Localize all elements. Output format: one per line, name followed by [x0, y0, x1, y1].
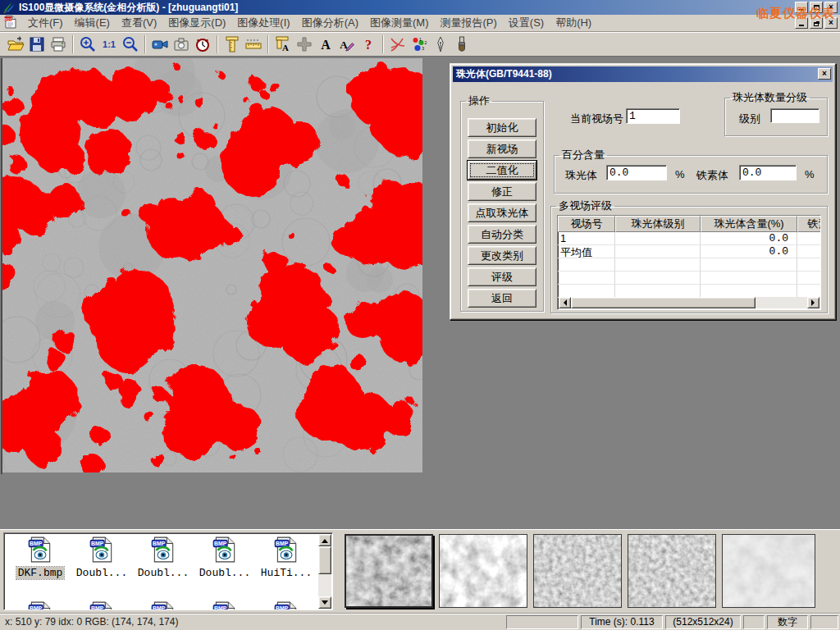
menu-help[interactable]: 帮助(H) [550, 16, 597, 30]
table-row[interactable] [558, 285, 820, 298]
thumb-4[interactable] [628, 534, 716, 608]
grade-input[interactable] [770, 108, 819, 123]
menu-view[interactable]: 查看(V) [116, 16, 162, 30]
table-row[interactable]: 平均值0.0 [558, 245, 820, 258]
op-button-返回[interactable]: 返回 [468, 289, 536, 308]
vscroll-thumb[interactable] [318, 546, 331, 574]
capture-button[interactable] [171, 34, 192, 55]
table-row[interactable] [558, 272, 820, 285]
rating-table-header: 视场号珠光体级别珠光体含量(%)铁素体含量(%) [558, 216, 820, 232]
hscroll-thumb[interactable] [571, 297, 756, 308]
svg-text:BMP: BMP [276, 605, 289, 610]
child-close-button[interactable]: × [824, 17, 838, 29]
scroll-left-button[interactable] [559, 297, 571, 308]
grid-tool-icon [295, 35, 313, 53]
menu-process[interactable]: 图像处理(I) [231, 16, 295, 30]
pen-button[interactable] [430, 34, 451, 55]
classify-particles-button[interactable]: 123 [409, 34, 430, 55]
thumb-1[interactable] [345, 534, 433, 608]
file-item-HuiTi...[interactable]: BMPHuiTi... [257, 536, 316, 579]
video-camera-button[interactable] [149, 34, 171, 55]
menu-edit[interactable]: 编辑(E) [69, 16, 116, 30]
op-button-二值化[interactable]: 二值化 [468, 161, 536, 180]
caliper-button[interactable] [221, 34, 243, 55]
scroll-right-button[interactable] [807, 297, 819, 308]
rating-table[interactable]: 视场号珠光体级别珠光体含量(%)铁素体含量(%) 10.0平均值0.0 [557, 215, 821, 310]
pearlite-percent-input[interactable] [606, 165, 667, 180]
file-item-partial[interactable]: BMP [134, 600, 193, 610]
micrograph-image[interactable] [1, 58, 422, 474]
print-button[interactable] [48, 34, 69, 55]
menu-measure[interactable]: 图像测量(M) [364, 16, 435, 30]
minimize-button[interactable] [795, 2, 808, 13]
text-button[interactable]: A [315, 34, 336, 55]
annotate-icon: A [338, 35, 356, 53]
menu-file[interactable]: 文件(F) [22, 16, 69, 30]
menu-report[interactable]: 测量报告(P) [434, 16, 502, 30]
brush-button[interactable] [451, 34, 472, 55]
workspace: 珠光体(GB/T9441-88) × 操作 初始化新视场二值化修正点取珠光体自动… [0, 56, 840, 529]
maximize-button[interactable] [810, 2, 823, 13]
current-field-input[interactable] [626, 108, 680, 124]
annotate-button[interactable]: A [336, 34, 358, 55]
file-item-DKF.bmp[interactable]: BMPDKF.bmp [11, 536, 70, 579]
title-bar: IS100显微摄像系统(金相分析版) - [zhuguangti01] × [0, 0, 840, 15]
dialog-title-bar[interactable]: 珠光体(GB/T9441-88) × [453, 66, 833, 82]
svg-text:?: ? [365, 38, 372, 52]
document-icon[interactable]: DOC [3, 15, 17, 31]
scroll-up-button[interactable] [318, 534, 331, 546]
file-list[interactable]: BMPDKF.bmpBMPDoubl...BMPDoubl...BMPDoubl… [3, 532, 333, 610]
menu-analyze[interactable]: 图像分析(A) [296, 16, 364, 30]
op-button-新视场[interactable]: 新视场 [468, 139, 536, 158]
table-hscrollbar[interactable] [559, 297, 819, 308]
child-restore-button[interactable] [810, 17, 823, 29]
op-button-修正[interactable]: 修正 [468, 182, 536, 201]
curve-cut-button[interactable] [387, 34, 409, 55]
timer-button[interactable] [192, 34, 213, 55]
file-item-partial[interactable]: BMP [195, 600, 254, 610]
ferrite-percent-input[interactable] [739, 165, 797, 180]
child-minimize-button[interactable] [795, 17, 808, 29]
file-item-partial[interactable]: BMP [11, 600, 70, 610]
table-row[interactable] [558, 258, 820, 272]
open-file-button[interactable] [5, 34, 26, 55]
menu-display[interactable]: 图像显示(D) [162, 16, 231, 30]
ruler-button[interactable] [243, 34, 264, 55]
svg-text:A: A [321, 38, 331, 52]
op-button-评级[interactable]: 评级 [468, 267, 536, 286]
op-button-点取珠光体[interactable]: 点取珠光体 [468, 203, 536, 222]
toolbar: 1:1AAA?123 [0, 31, 840, 56]
scroll-down-button[interactable] [318, 596, 331, 609]
measure-text-button[interactable]: A [272, 34, 294, 55]
table-cell [701, 258, 797, 272]
file-item-partial[interactable]: BMP [72, 600, 131, 610]
thumb-3[interactable] [533, 534, 622, 608]
close-button[interactable]: × [824, 2, 838, 13]
thumb-2[interactable] [439, 534, 527, 608]
child-close-icon: × [829, 19, 833, 27]
dialog-close-button[interactable]: × [818, 68, 831, 80]
svg-text:BMP: BMP [153, 605, 166, 610]
actual-size-button[interactable]: 1:1 [98, 34, 120, 55]
thumb-5[interactable] [722, 534, 815, 608]
file-item-Doubl...[interactable]: BMPDoubl... [134, 536, 193, 579]
measure-text-icon: A [274, 35, 292, 53]
menu-settings[interactable]: 设置(S) [503, 16, 550, 30]
file-item-Doubl...[interactable]: BMPDoubl... [195, 536, 254, 579]
table-cell [615, 258, 701, 272]
zoom-in-button[interactable] [77, 34, 98, 55]
op-button-更改类别[interactable]: 更改类别 [468, 246, 536, 265]
help-button[interactable]: ? [358, 34, 379, 55]
grid-tool-button[interactable] [294, 34, 315, 55]
file-item-Doubl...[interactable]: BMPDoubl... [72, 536, 131, 579]
hscroll-track[interactable] [571, 297, 807, 308]
file-list-scrollbar[interactable] [318, 534, 331, 609]
op-button-初始化[interactable]: 初始化 [468, 118, 536, 137]
zoom-out-button[interactable] [120, 34, 141, 55]
table-row[interactable]: 10.0 [558, 232, 820, 245]
save-button[interactable] [26, 34, 48, 55]
vscroll-track[interactable] [318, 546, 331, 596]
op-button-自动分类[interactable]: 自动分类 [468, 225, 536, 244]
toolbar-separator [267, 35, 269, 53]
file-item-partial[interactable]: BMP [257, 600, 316, 610]
